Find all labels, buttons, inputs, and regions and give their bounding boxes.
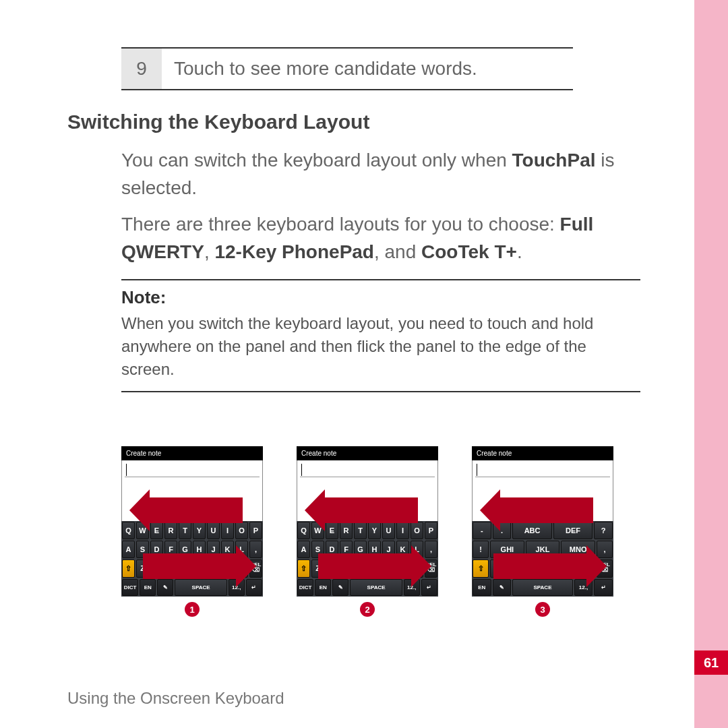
marker-2: 2 [360,602,375,617]
key-dict: DICT [297,579,313,596]
key-delete: DEL⌫ [597,559,613,578]
key-num: 12., [229,579,245,596]
keyboard-keys: Q W E R T Y U I O P A S D [297,521,438,597]
callout-row: 9 Touch to see more candidate words. [121,47,573,90]
key-z: Z [136,559,149,578]
key-m: M [396,559,409,578]
key-e: E [326,522,338,539]
paragraph-1: You can switch the keyboard layout only … [121,147,640,202]
footer-text: Using the Onscreen Keyboard [67,689,284,708]
keyboard-wrap: Q W E R T Y U I O P A S D [121,460,263,597]
key-mic: ✎ [157,579,173,596]
key-t: T [179,522,191,539]
key-def: DEF [553,522,593,539]
key-c: C [340,559,353,578]
key-a: A [297,541,310,558]
keyboard-keys: Q W E R T Y U I O P A S D [121,521,263,597]
key-e: E [150,522,163,539]
key-r: R [164,522,177,539]
key-m: M [221,559,234,578]
keyboard-illustrations: Create note Q W E R T Y U I O P [121,446,694,617]
callout-text: Touch to see more candidate words. [162,49,573,89]
key-y: Y [193,522,206,539]
key-o: O [235,522,248,539]
key-wxyz: WXYZ [561,559,595,578]
key-x: X [150,559,163,578]
key-b: B [193,559,206,578]
text-input-area [121,460,263,521]
key-i: I [221,522,234,539]
key-enter: ↵ [421,579,437,596]
key-v: V [354,559,367,578]
key-s: S [311,541,324,558]
key-n: N [207,559,220,578]
keyboard-keys: - . ABC DEF ? ! GHI JKL MNO , ⇧ [472,521,613,597]
key-delete: DEL⌫ [425,559,437,578]
key-p: P [425,522,437,539]
key-c: C [164,559,177,578]
key-apos: ' [235,559,248,578]
key-d: D [150,541,163,558]
key-shift: ⇧ [122,559,135,578]
key-comma: , [425,541,437,558]
key-u: U [382,522,395,539]
key-j: J [207,541,220,558]
marker-1: 1 [185,602,200,617]
key-mic: ✎ [493,579,512,596]
key-y: Y [368,522,381,539]
section-heading: Switching the Keyboard Layout [67,111,694,133]
key-jkl: JKL [526,541,560,558]
key-mic: ✎ [332,579,348,596]
key-excl: ! [473,541,489,558]
screen-title: Create note [121,446,263,460]
note-label: Note: [121,287,640,308]
key-pqrs: PQRS [490,559,524,578]
note-block: Note: When you switch the keyboard layou… [121,279,640,392]
key-x: X [326,559,338,578]
key-enter: ↵ [594,579,613,596]
side-strip [694,0,728,728]
key-w: W [136,522,149,539]
key-v: V [179,559,191,578]
body-text: You can switch the keyboard layout only … [121,147,640,266]
key-tuv: TUV [526,559,560,578]
key-w: W [311,522,324,539]
key-k: K [396,541,409,558]
key-u: U [207,522,220,539]
marker-3: 3 [535,602,550,617]
key-shift: ⇧ [473,559,489,578]
key-num: 12., [574,579,593,596]
key-enter: ↵ [246,579,262,596]
callout-number: 9 [121,49,162,89]
key-k: K [221,541,234,558]
key-p: P [249,522,262,539]
key-a: A [122,541,135,558]
key-en: EN [140,579,156,596]
paragraph-2: There are three keyboard layouts for you… [121,211,640,266]
key-comma: , [597,541,613,558]
key-s: S [136,541,149,558]
key-h: H [193,541,206,558]
note-text: When you switch the keyboard layout, you… [121,314,593,377]
key-n: N [382,559,395,578]
key-h: H [368,541,381,558]
keyboard-screenshot-1: Create note Q W E R T Y U I O P [121,446,263,617]
key-l: L [235,541,248,558]
key-mno: MNO [561,541,595,558]
key-f: F [340,541,353,558]
key-d: D [326,541,338,558]
key-space: SPACE [512,579,572,596]
key-qmark: ? [594,522,613,539]
keyboard-wrap: Q W E R T Y U I O P A S D [297,460,438,597]
key-z: Z [311,559,324,578]
screen-title: Create note [472,446,613,460]
key-ghi: GHI [490,541,524,558]
key-t: T [354,522,367,539]
key-o: O [411,522,423,539]
key-shift: ⇧ [297,559,310,578]
key-apos: ' [411,559,423,578]
key-l: L [411,541,423,558]
key-comma: , [249,541,262,558]
keyboard-screenshot-2: Create note Q W E R T Y U I O P [297,446,438,617]
key-dot: . [493,522,512,539]
